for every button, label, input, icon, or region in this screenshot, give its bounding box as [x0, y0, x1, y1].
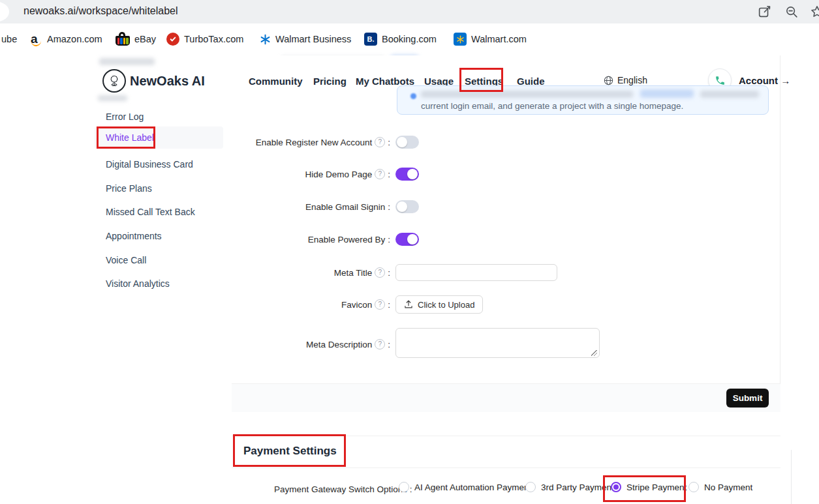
booking-icon: B. [364, 33, 377, 46]
radio-3rd-party-payment[interactable]: 3rd Party Payment [525, 482, 614, 492]
field-label: Enable Gmail Signin [305, 202, 385, 212]
bookmark-label: Booking.com [382, 34, 437, 44]
amazon-icon: a [31, 33, 42, 46]
sidebar-item-digital-business-card[interactable]: Digital Business Card [106, 158, 193, 171]
globe-icon [604, 76, 613, 85]
bookmark-amazon[interactable]: a Amazon.com [31, 32, 102, 46]
radio-circle[interactable] [399, 482, 409, 492]
bookmark-label: Amazon.com [47, 34, 102, 44]
payment-settings-title: Payment Settings [243, 445, 337, 458]
sidebar-item-error-log[interactable]: Error Log [106, 110, 144, 123]
walmart-spark-icon [260, 34, 271, 45]
bookmark-label: Walmart Business [275, 34, 351, 44]
form-row-favicon: Favicon: Click to Upload [194, 295, 483, 314]
help-icon[interactable] [375, 169, 385, 179]
bookmark-turbotax[interactable]: TurboTax.com [166, 32, 243, 46]
redacted-text-blur [700, 91, 759, 98]
meta-description-textarea[interactable] [395, 328, 600, 358]
redacted-link-blur [640, 89, 694, 98]
redacted-text-blur [421, 91, 633, 98]
info-banner: current login email, and generate a proj… [397, 85, 769, 115]
payment-card-top-border [232, 436, 780, 436]
sidebar-item-price-plans[interactable]: Price Plans [106, 182, 152, 195]
radio-circle[interactable] [525, 482, 536, 492]
zoom-out-icon[interactable] [784, 5, 799, 19]
sidebar-item-white-label[interactable]: White Label [106, 131, 154, 144]
address-bar[interactable]: newoaks.ai/workspace/whitelabel [0, 0, 819, 23]
redacted-text-blur [99, 58, 155, 65]
form-row-gmail-signin: Enable Gmail Signin: [194, 200, 419, 213]
right-divider [791, 450, 792, 504]
payment-gateway-label: Payment Gateway Switch Options : [274, 484, 395, 494]
bookmark-booking[interactable]: B. Booking.com [364, 32, 437, 46]
toggle-enable-powered-by[interactable] [395, 233, 419, 246]
sidebar-item-visitor-analytics[interactable]: Visitor Analytics [106, 277, 170, 290]
card-footer [232, 383, 780, 412]
nav-pricing[interactable]: Pricing [313, 76, 347, 87]
field-label: Favicon [341, 300, 372, 310]
address-pill-fragment [0, 2, 9, 22]
url-text[interactable]: newoaks.ai/workspace/whitelabel [23, 5, 178, 17]
bookmark-youtube-partial[interactable]: ube [1, 32, 17, 46]
bookmark-label: eBay [134, 34, 156, 44]
bookmark-ebay[interactable]: eBay [116, 32, 156, 46]
sidebar-item-appointments[interactable]: Appointments [106, 230, 162, 243]
resize-handle-icon[interactable] [591, 350, 597, 356]
redacted-text-blur [98, 95, 127, 101]
sidebar-item-voice-call[interactable]: Voice Call [106, 254, 146, 267]
field-label: Enable Powered By [308, 235, 386, 245]
toggle-enable-gmail-signin[interactable] [395, 200, 419, 213]
radio-ai-agent-automation-payment[interactable]: AI Agent Automation Payment [399, 482, 531, 492]
upload-icon [404, 300, 413, 309]
walmart-tile-icon [454, 33, 467, 46]
meta-title-input[interactable] [395, 264, 557, 281]
bookmark-label: ube [1, 34, 17, 44]
bookmarks-bar: ube a Amazon.com eBay TurboTax.com Walma… [0, 23, 819, 55]
form-row-meta-description: Meta Description: [194, 328, 600, 361]
account-menu[interactable]: Account → [739, 75, 790, 86]
radio-no-payment[interactable]: No Payment [688, 482, 752, 492]
field-label: Meta Title [334, 268, 373, 278]
radio-label: Stripe Payment [626, 482, 687, 492]
sidebar-item-missed-call-text-back[interactable]: Missed Call Text Back [106, 205, 195, 218]
form-row-meta-title: Meta Title: [194, 264, 557, 281]
browser-window: newoaks.ai/workspace/whitelabel ube a Am… [0, 0, 819, 504]
radio-circle[interactable] [611, 482, 621, 492]
page-content: NewOaks AI Error Log White Label Digital… [0, 55, 819, 504]
form-row-powered-by: Enable Powered By: [194, 233, 419, 246]
phone-icon [715, 75, 726, 86]
favicon-upload-button[interactable]: Click to Upload [395, 295, 483, 314]
web-capture-icon[interactable] [757, 5, 771, 19]
radio-circle[interactable] [688, 482, 699, 492]
bookmark-label: TurboTax.com [184, 34, 243, 44]
help-icon[interactable] [375, 137, 385, 147]
field-label: Hide Demo Page [305, 170, 372, 179]
toggle-enable-register-new-account[interactable] [395, 136, 419, 149]
toggle-hide-demo-page[interactable] [395, 168, 419, 181]
favorite-star-icon[interactable] [810, 5, 819, 19]
field-label: Meta Description [306, 340, 372, 349]
bookmark-label: Walmart.com [471, 34, 527, 44]
help-icon[interactable] [375, 267, 385, 278]
submit-button[interactable]: Submit [726, 389, 769, 408]
help-icon[interactable] [375, 339, 385, 349]
brand-name: NewOaks AI [130, 74, 205, 89]
info-icon [410, 93, 416, 99]
field-label: Enable Register New Account [256, 138, 373, 147]
language-label: English [617, 75, 647, 85]
radio-stripe-payment[interactable]: Stripe Payment [611, 482, 687, 492]
radio-label: AI Agent Automation Payment [414, 482, 531, 492]
upload-button-label: Click to Upload [418, 300, 474, 310]
banner-text: current login email, and generate a proj… [421, 101, 683, 111]
ebay-bag-icon [116, 32, 130, 46]
nav-community[interactable]: Community [249, 76, 303, 87]
help-icon[interactable] [375, 299, 385, 310]
payment-header-divider [232, 467, 780, 468]
radio-label: No Payment [704, 482, 752, 492]
radio-label: 3rd Party Payment [541, 482, 614, 492]
bookmark-walmart-business[interactable]: Walmart Business [260, 32, 351, 46]
newoaks-logo [102, 69, 126, 93]
language-selector[interactable]: English [604, 75, 647, 85]
form-row-enable-register: Enable Register New Account: [194, 136, 419, 149]
bookmark-walmart[interactable]: Walmart.com [454, 32, 527, 46]
